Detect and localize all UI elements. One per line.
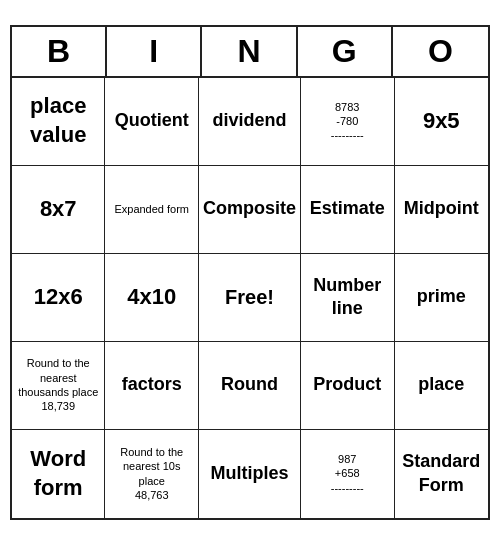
header-cell-g: G [298,27,393,76]
bingo-cell-5: 8x7 [12,166,105,254]
bingo-cell-13: Number line [301,254,395,342]
bingo-cell-17: Round [199,342,301,430]
bingo-cell-18: Product [301,342,395,430]
bingo-cell-4: 9x5 [395,78,489,166]
bingo-cell-2: dividend [199,78,301,166]
bingo-cell-0: place value [12,78,105,166]
bingo-cell-23: 987+658--------- [301,430,395,518]
bingo-cell-10: 12x6 [12,254,105,342]
bingo-cell-7: Composite [199,166,301,254]
bingo-cell-15: Round to the nearest thousands place18,7… [12,342,105,430]
header-cell-o: O [393,27,488,76]
bingo-grid: place valueQuotientdividend8783-780-----… [12,78,488,518]
bingo-cell-12: Free! [199,254,301,342]
bingo-cell-19: place [395,342,489,430]
header-cell-n: N [202,27,297,76]
bingo-cell-11: 4x10 [105,254,199,342]
header-cell-i: I [107,27,202,76]
bingo-cell-21: Round to the nearest 10s place48,763 [105,430,199,518]
bingo-cell-16: factors [105,342,199,430]
bingo-cell-3: 8783-780--------- [301,78,395,166]
bingo-cell-14: prime [395,254,489,342]
bingo-cell-20: Word form [12,430,105,518]
header-cell-b: B [12,27,107,76]
bingo-cell-9: Midpoint [395,166,489,254]
bingo-cell-1: Quotient [105,78,199,166]
bingo-cell-24: Standard Form [395,430,489,518]
bingo-cell-6: Expanded form [105,166,199,254]
bingo-cell-8: Estimate [301,166,395,254]
bingo-card: BINGO place valueQuotientdividend8783-78… [10,25,490,520]
bingo-cell-22: Multiples [199,430,301,518]
bingo-header: BINGO [12,27,488,78]
